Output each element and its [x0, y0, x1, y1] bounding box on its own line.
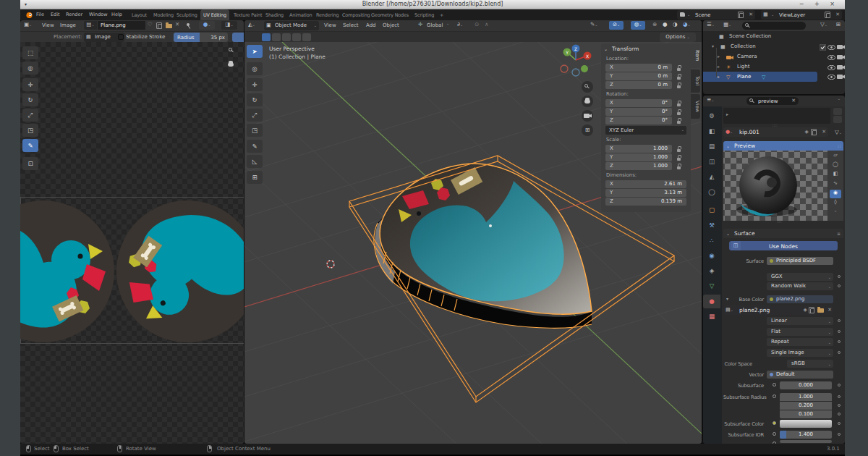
tab-texture-paint[interactable]: Texture Paint — [231, 9, 265, 20]
light-eye-icon[interactable] — [827, 65, 835, 70]
tab-uv-editing[interactable]: UV Editing — [200, 9, 229, 20]
vp-menu-select[interactable]: Select — [343, 22, 359, 28]
menu-render[interactable]: Render — [66, 12, 82, 17]
ptab-texture[interactable]: ▦ — [703, 310, 720, 324]
vp-slot-icon-4[interactable] — [292, 33, 301, 41]
material-shield-icon[interactable]: ◈ — [805, 129, 809, 135]
viewlayer-copy-icon[interactable] — [826, 13, 830, 18]
uv-editor-type-icon[interactable]: ▣⌄ — [24, 21, 32, 30]
uv-image-unlink-icon[interactable]: ✕ — [175, 21, 179, 30]
location-z-lock-icon[interactable] — [677, 82, 682, 88]
vp-tool-select[interactable]: ➤ — [247, 45, 263, 58]
tab-geometry-nodes[interactable]: Geometry Nodes — [368, 9, 412, 20]
preview-panel-header[interactable]: ⌄ Preview ∷ — [723, 141, 843, 151]
window-titlebar[interactable]: ▾ Blender [/home/p276301/Downloads/kip2.… — [20, 0, 845, 9]
uv-tool-draw[interactable]: ✎ — [22, 139, 38, 152]
npanel-tab-view[interactable]: View — [691, 94, 700, 119]
base-color-field[interactable]: plane2.png — [767, 295, 833, 303]
blender-logo-icon[interactable] — [25, 12, 33, 19]
uv-strength-slider[interactable] — [232, 33, 244, 42]
tab-add[interactable]: + — [437, 9, 446, 20]
vp-tool-annotate[interactable]: ✎ — [247, 140, 263, 153]
uv-image-copy-icon[interactable] — [158, 24, 162, 29]
slot-add-button[interactable] — [833, 108, 842, 115]
rotation-x-field[interactable]: X0° — [605, 99, 672, 107]
vp-tool-rotate[interactable]: ↻ — [247, 93, 263, 106]
vp-xray-icon[interactable]: ◍⌄ — [631, 21, 645, 30]
vp-gizmo-icon[interactable]: ✎⌄ — [590, 21, 598, 30]
radius-field-1[interactable]: 0.200 — [780, 402, 832, 410]
camera-eye-icon[interactable] — [827, 55, 835, 60]
plane-eye-icon[interactable] — [827, 75, 835, 80]
distribution-dropdown[interactable]: GGX ⌄ — [767, 273, 833, 281]
uv-pan-icon[interactable] — [228, 63, 234, 67]
menu-help[interactable]: Help — [111, 12, 122, 17]
uv-tool-rotate[interactable]: ↻ — [22, 93, 38, 106]
subsurface-color-swatch[interactable] — [780, 420, 832, 428]
material-filter-icon[interactable]: ▽⌄ — [835, 129, 842, 135]
vp-shading-material-icon[interactable]: ◑ — [673, 21, 678, 30]
properties-type-icon[interactable]: ≡⌄ — [707, 96, 715, 105]
scene-unlink-icon[interactable]: ✕ — [749, 12, 753, 17]
uv-canvas[interactable]: ⬚ ◎ ✛ ↻ ⤢ ◳ ✎ ⊡ — [20, 42, 244, 444]
preview-shape-fluid[interactable]: ◦ — [830, 208, 841, 217]
sss-method-dropdown[interactable]: Random Walk ⌄ — [767, 282, 833, 290]
menu-edit[interactable]: Edit — [51, 12, 60, 17]
use-nodes-button[interactable]: ◫ Use Nodes — [729, 241, 838, 250]
tab-modeling[interactable]: Modeling — [150, 9, 176, 20]
ptab-particles[interactable]: ∴ — [703, 234, 720, 248]
scene-selector[interactable]: ⌄ Scene ✕ — [677, 10, 755, 20]
properties-options-arrow[interactable]: ⌄ — [838, 96, 841, 105]
viewlayer-selector[interactable]: ▦ ⌄ ViewLayer ✕ — [761, 10, 842, 20]
outliner-display-icon[interactable]: ▦⌄ — [723, 21, 731, 30]
surface-panel-header[interactable]: ⌄ Surface ≡ — [723, 229, 843, 238]
vp-slot-icon-3[interactable] — [282, 33, 291, 41]
tab-animation[interactable]: Animation — [286, 9, 315, 20]
source-dropdown[interactable]: Single Image ⌄ — [767, 349, 833, 357]
uv-image-open-icon[interactable] — [166, 24, 172, 28]
vp-pan-button[interactable] — [582, 96, 593, 107]
location-z-field[interactable]: Z0 m — [605, 81, 672, 89]
vp-orientation-value[interactable]: Global — [427, 22, 443, 28]
uv-pin-icon[interactable] — [187, 23, 190, 26]
rotation-z-lock-icon[interactable] — [677, 117, 682, 124]
uv-tool-cursor[interactable]: ◎ — [22, 62, 38, 75]
material-copy-icon[interactable] — [812, 130, 817, 135]
outliner-newcol-icon[interactable]: ⊞ — [836, 21, 841, 30]
viewport-editor-type-icon[interactable]: ◭⌄ — [248, 21, 255, 30]
vp-tool-cursor[interactable]: ◎ — [247, 62, 263, 75]
tab-rendering[interactable]: Rendering — [313, 9, 341, 20]
dim-x-field[interactable]: X2.61 m — [605, 180, 686, 188]
vp-options-dropdown[interactable]: Options ⌄ — [660, 33, 696, 42]
vp-tool-add-cube[interactable]: ⊞ — [247, 171, 263, 184]
uv-mask-icon[interactable]: ◨⌄ — [221, 21, 237, 30]
plane-render-icon[interactable] — [837, 74, 845, 80]
tab-scripting[interactable]: Scripting — [412, 9, 437, 20]
viewport-canvas[interactable]: Y Z X User Perspective (1) Collection | … — [244, 42, 702, 444]
collection-checkbox[interactable] — [820, 44, 826, 51]
outliner-row-light[interactable]: ▸ ☀ Light — [703, 62, 845, 72]
vp-shading-solid-icon[interactable]: ● — [663, 21, 668, 30]
material-datablock[interactable]: ●⌄ kip.001 ◈ ✕ — [723, 127, 828, 137]
uv-tool-clone[interactable]: ⊡ — [22, 157, 38, 170]
vp-persp-button[interactable]: ⊞ — [582, 124, 593, 136]
transform-collapse-arrow[interactable]: ⌄ — [604, 46, 608, 51]
rotation-z-field[interactable]: Z0° — [605, 117, 672, 124]
scale-x-lock-icon[interactable] — [677, 145, 682, 152]
ptab-viewlayer[interactable]: ◫ — [703, 155, 720, 169]
vp-camera-button[interactable] — [582, 110, 593, 122]
interpolation-dropdown[interactable]: Linear ⌄ — [767, 317, 833, 325]
menu-file[interactable]: File — [36, 12, 44, 17]
ptab-material[interactable]: ● — [703, 295, 720, 308]
uv-tool-move[interactable]: ✛ — [22, 78, 38, 91]
uv-menu-image[interactable]: Image — [60, 22, 76, 28]
properties-search-clear-icon[interactable]: ✕ — [791, 98, 796, 104]
vp-snap-icon[interactable]: ∂⌄ — [457, 21, 463, 30]
uv-display-channels-icon[interactable]: ●⌄ — [199, 21, 215, 30]
tab-shading[interactable]: Shading — [263, 9, 286, 20]
vp-menu-view[interactable]: View — [324, 22, 336, 28]
ptab-tool[interactable]: ⚙ — [703, 109, 720, 123]
scale-y-lock-icon[interactable] — [677, 154, 682, 161]
radius-field-0[interactable]: 1.000 — [780, 393, 832, 401]
rotation-x-lock-icon[interactable] — [677, 100, 682, 106]
